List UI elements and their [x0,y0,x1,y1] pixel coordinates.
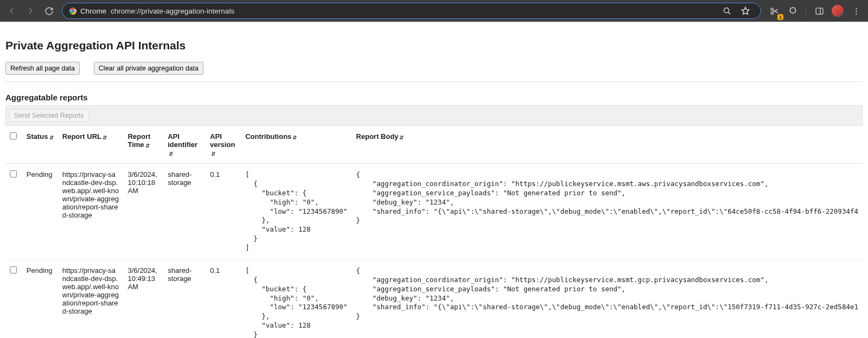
row-checkbox[interactable] [10,266,17,273]
col-url-label: Report URL [62,132,101,141]
sort-icon: ⇵ [49,135,54,141]
action-buttons: Refresh all page data Clear all private … [5,62,863,75]
cell-url: https://privacy-sandcastle-dev-dsp.web.a… [58,259,124,338]
extensions-puzzle-icon[interactable] [784,2,801,20]
bookmark-star-icon[interactable] [737,2,754,20]
sort-icon: ⇵ [169,151,173,157]
reload-button[interactable] [40,2,58,20]
divider [5,81,863,82]
cell-status: Pending [22,164,58,260]
cell-version: 0.1 [206,259,241,338]
col-version[interactable]: API version⇵ [206,126,241,164]
chrome-icon [69,7,77,15]
cell-version: 0.1 [206,164,241,260]
sort-icon: ⇵ [211,151,215,157]
toolbar-right [765,2,865,20]
col-body-label: Report Body [356,132,398,141]
forward-button[interactable] [22,2,39,20]
cell-contrib: [ { "bucket": { "high": "0", "low": "123… [241,259,352,338]
cell-api: shared-storage [163,259,206,338]
col-version-label: API version [210,132,235,149]
browser-toolbar: Chrome chrome://private-aggregation-inte… [0,0,868,22]
svg-point-1 [71,9,74,12]
table-row: Pendinghttps://privacy-sandcastle-dev-ds… [5,259,863,338]
col-status-label: Status [27,132,48,141]
omnibox[interactable]: Chrome chrome://private-aggregation-inte… [62,3,761,19]
col-body[interactable]: Report Body⇵ [352,126,863,164]
svg-point-7 [856,10,857,12]
cell-api: shared-storage [163,164,206,260]
col-select-all [5,126,22,164]
reports-table: Status⇵ Report URL⇵ Report Time⇵ API ide… [5,125,863,338]
sort-icon: ⇵ [399,135,404,141]
page-content: Private Aggregation API Internals Refres… [0,22,868,338]
col-status[interactable]: Status⇵ [22,126,58,164]
toolbar-divider [806,5,806,16]
send-selected-reports-button[interactable]: Send Selected Reports [9,109,89,122]
section-title: Aggregatable reports [5,93,863,102]
select-all-checkbox[interactable] [10,132,17,139]
site-chip: Chrome [69,7,106,15]
col-api-label: API identifier [168,132,197,149]
table-header-row: Status⇵ Report URL⇵ Report Time⇵ API ide… [5,126,863,164]
col-time[interactable]: Report Time⇵ [123,126,163,164]
side-panel-icon[interactable] [810,2,828,20]
svg-point-4 [771,11,773,14]
back-button[interactable] [3,2,21,20]
profile-avatar[interactable] [829,2,846,20]
cell-body: { "aggregation_coordinator_origin": "htt… [352,259,863,338]
clear-data-button[interactable]: Clear all private aggregation data [94,62,203,75]
svg-rect-5 [816,8,823,14]
page-title: Private Aggregation API Internals [5,39,863,52]
extension-scissors-icon[interactable] [765,2,783,20]
refresh-page-data-button[interactable]: Refresh all page data [5,62,80,75]
svg-point-2 [724,8,729,12]
row-checkbox[interactable] [10,170,17,177]
cell-url: https://privacy-sandcastle-dev-dsp.web.a… [58,164,124,260]
zoom-icon[interactable] [718,2,736,20]
cell-time: 3/6/2024, 10:10:18 AM [123,164,163,260]
col-contrib-label: Contributions [245,132,291,141]
svg-point-8 [856,13,857,15]
cell-body: { "aggregation_coordinator_origin": "htt… [352,164,863,260]
col-contrib[interactable]: Contributions⇵ [241,126,352,164]
cell-contrib: [ { "bucket": { "high": "0", "low": "123… [241,164,352,260]
col-url[interactable]: Report URL⇵ [58,126,124,164]
kebab-menu-icon[interactable] [847,2,865,20]
table-row: Pendinghttps://privacy-sandcastle-dev-ds… [5,164,863,260]
svg-point-3 [771,8,773,10]
sort-icon: ⇵ [292,135,297,141]
cell-time: 3/6/2024, 10:49:13 AM [123,259,163,338]
omnibox-url: chrome://private-aggregation-internals [111,7,234,15]
col-api[interactable]: API identifier⇵ [163,126,206,164]
cell-status: Pending [22,259,58,338]
sort-icon: ⇵ [103,135,107,141]
svg-point-6 [856,8,857,9]
site-chip-label: Chrome [80,7,106,15]
sort-icon: ⇵ [145,143,150,149]
send-reports-bar: Send Selected Reports [5,105,863,125]
